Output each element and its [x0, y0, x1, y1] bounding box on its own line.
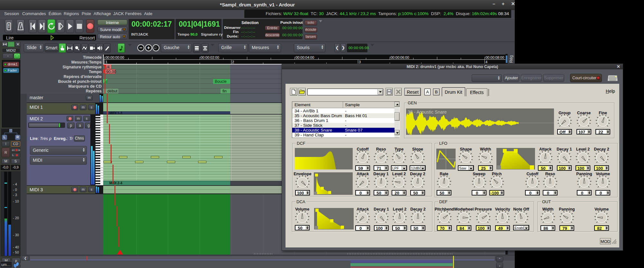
svg-text:38 - Acoustic Snare: 38 - Acoustic Snare — [408, 109, 447, 115]
